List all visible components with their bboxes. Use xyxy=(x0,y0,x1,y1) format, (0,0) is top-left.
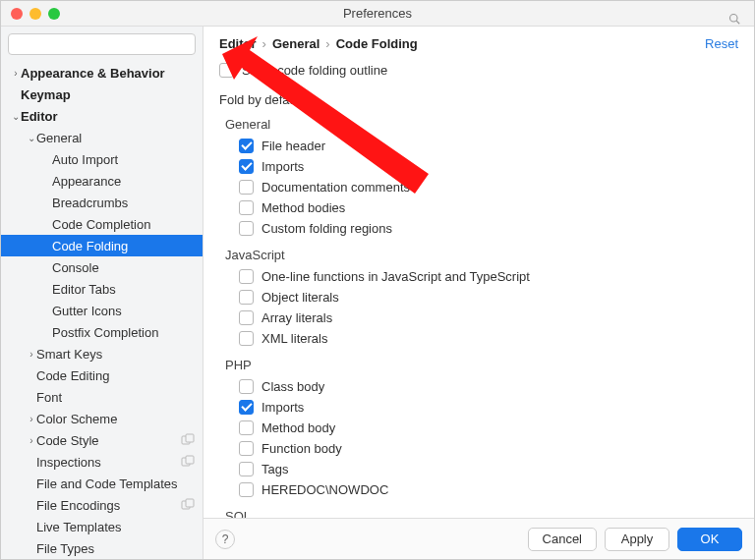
zoom-icon[interactable] xyxy=(48,8,60,20)
sidebar-item[interactable]: Code Completion xyxy=(1,213,203,235)
sidebar-item[interactable]: Gutter Icons xyxy=(1,300,203,321)
sidebar-item[interactable]: Keymap xyxy=(1,84,203,105)
chevron-right-icon[interactable]: › xyxy=(27,349,36,360)
group-title: SQL xyxy=(225,509,738,518)
option-row[interactable]: Custom folding regions xyxy=(219,218,738,238)
reset-link[interactable]: Reset xyxy=(705,36,738,51)
option-checkbox[interactable] xyxy=(239,379,254,394)
option-row[interactable]: Class body xyxy=(219,376,738,396)
chevron-down-icon[interactable]: ⌄ xyxy=(11,111,21,122)
option-checkbox[interactable] xyxy=(239,180,254,195)
option-checkbox[interactable] xyxy=(239,310,254,325)
sidebar-item[interactable]: ›Smart Keys xyxy=(1,343,203,364)
sidebar-item-label: General xyxy=(36,131,82,145)
sidebar-item[interactable]: Live Templates xyxy=(1,516,203,537)
content-pane: Editor › General › Code Folding Reset Sh… xyxy=(203,27,754,559)
option-row[interactable]: HEREDOC\NOWDOC xyxy=(219,479,738,499)
sidebar-item-label: Inspections xyxy=(36,455,101,470)
sidebar-item[interactable]: Breadcrumbs xyxy=(1,192,203,213)
sidebar-item[interactable]: File Types xyxy=(1,537,203,559)
sidebar-item[interactable]: ›Color Scheme xyxy=(1,408,203,429)
option-checkbox[interactable] xyxy=(239,200,254,215)
chevron-down-icon[interactable]: ⌄ xyxy=(27,133,36,143)
option-row[interactable]: Array literals xyxy=(219,308,738,327)
breadcrumb-part[interactable]: General xyxy=(272,36,319,51)
group-title: JavaScript xyxy=(225,248,738,262)
sidebar-item[interactable]: Editor Tabs xyxy=(1,278,203,300)
sidebar-item[interactable]: Inspections xyxy=(1,451,203,473)
sidebar-item[interactable]: Console xyxy=(1,256,203,278)
option-row[interactable]: Method bodies xyxy=(219,197,738,217)
option-row[interactable]: Imports xyxy=(219,156,738,176)
option-checkbox[interactable] xyxy=(239,420,254,435)
sidebar-item[interactable]: Code Folding xyxy=(1,235,203,256)
chevron-right-icon[interactable]: › xyxy=(27,435,36,446)
option-row[interactable]: XML literals xyxy=(219,328,738,348)
chevron-right-icon: › xyxy=(325,36,329,51)
sidebar-item[interactable]: Appearance xyxy=(1,170,203,192)
sidebar-item[interactable]: Auto Import xyxy=(1,148,203,170)
option-row[interactable]: Tags xyxy=(219,459,738,478)
show-outline-checkbox[interactable] xyxy=(219,63,234,78)
sidebar-item-label: File Encodings xyxy=(36,498,120,513)
apply-button[interactable]: Apply xyxy=(605,528,669,551)
option-label: One-line functions in JavaScript and Typ… xyxy=(261,269,530,284)
settings-tree[interactable]: ›Appearance & BehaviorKeymap⌄Editor⌄Gene… xyxy=(1,62,203,559)
option-row[interactable]: Imports xyxy=(219,397,738,417)
option-checkbox[interactable] xyxy=(239,139,254,153)
titlebar: Preferences xyxy=(1,1,754,27)
sidebar-item[interactable]: ⌄Editor xyxy=(1,105,203,127)
option-row[interactable]: Function body xyxy=(219,438,738,458)
help-button[interactable]: ? xyxy=(215,530,235,549)
option-label: HEREDOC\NOWDOC xyxy=(261,482,388,497)
show-outline-label: Show code folding outline xyxy=(242,63,387,78)
option-checkbox[interactable] xyxy=(239,462,254,476)
option-row[interactable]: Object literals xyxy=(219,287,738,307)
show-outline-row[interactable]: Show code folding outline xyxy=(219,60,738,80)
option-checkbox[interactable] xyxy=(239,331,254,346)
sidebar-item-label: Gutter Icons xyxy=(52,304,122,318)
option-label: Function body xyxy=(261,441,342,456)
search-container xyxy=(1,27,203,62)
sidebar-item[interactable]: ⌄General xyxy=(1,127,203,148)
sidebar-item-label: Code Completion xyxy=(52,217,150,232)
option-row[interactable]: File header xyxy=(219,136,738,155)
option-row[interactable]: Method body xyxy=(219,418,738,437)
option-checkbox[interactable] xyxy=(239,290,254,305)
option-row[interactable]: Documentation comments xyxy=(219,177,738,196)
chevron-right-icon[interactable]: › xyxy=(27,414,36,424)
option-row[interactable]: One-line functions in JavaScript and Typ… xyxy=(219,266,738,286)
close-icon[interactable] xyxy=(11,8,23,20)
sidebar-item[interactable]: File and Code Templates xyxy=(1,473,203,494)
option-checkbox[interactable] xyxy=(239,482,254,497)
option-label: Array literals xyxy=(261,310,332,325)
sidebar-item[interactable]: Postfix Completion xyxy=(1,321,203,343)
ok-button[interactable]: OK xyxy=(677,528,742,551)
breadcrumb-part[interactable]: Editor xyxy=(219,36,257,51)
sidebar-item[interactable]: ›Code Style xyxy=(1,429,203,451)
sidebar-item[interactable]: ›Appearance & Behavior xyxy=(1,62,203,84)
option-label: Imports xyxy=(261,159,304,174)
sidebar-item[interactable]: Code Editing xyxy=(1,364,203,386)
option-checkbox[interactable] xyxy=(239,269,254,284)
minimize-icon[interactable] xyxy=(29,8,41,20)
search-input[interactable] xyxy=(8,33,196,55)
option-checkbox[interactable] xyxy=(239,441,254,456)
option-label: Documentation comments xyxy=(261,180,410,195)
sidebar: ›Appearance & BehaviorKeymap⌄Editor⌄Gene… xyxy=(1,27,203,559)
traffic-lights xyxy=(1,8,60,20)
option-label: Method body xyxy=(261,420,335,435)
sidebar-item-label: Code Style xyxy=(36,433,99,448)
sidebar-item-label: Live Templates xyxy=(36,520,121,534)
cancel-button[interactable]: Cancel xyxy=(528,528,597,551)
sidebar-item[interactable]: File Encodings xyxy=(1,494,203,516)
chevron-right-icon[interactable]: › xyxy=(11,68,21,79)
chevron-right-icon: › xyxy=(262,36,266,51)
sidebar-item-label: Breadcrumbs xyxy=(52,196,128,210)
project-scope-icon xyxy=(181,498,195,512)
sidebar-item[interactable]: Font xyxy=(1,386,203,408)
option-checkbox[interactable] xyxy=(239,400,254,415)
option-checkbox[interactable] xyxy=(239,159,254,174)
breadcrumb-part[interactable]: Code Folding xyxy=(336,36,418,51)
option-checkbox[interactable] xyxy=(239,221,254,236)
